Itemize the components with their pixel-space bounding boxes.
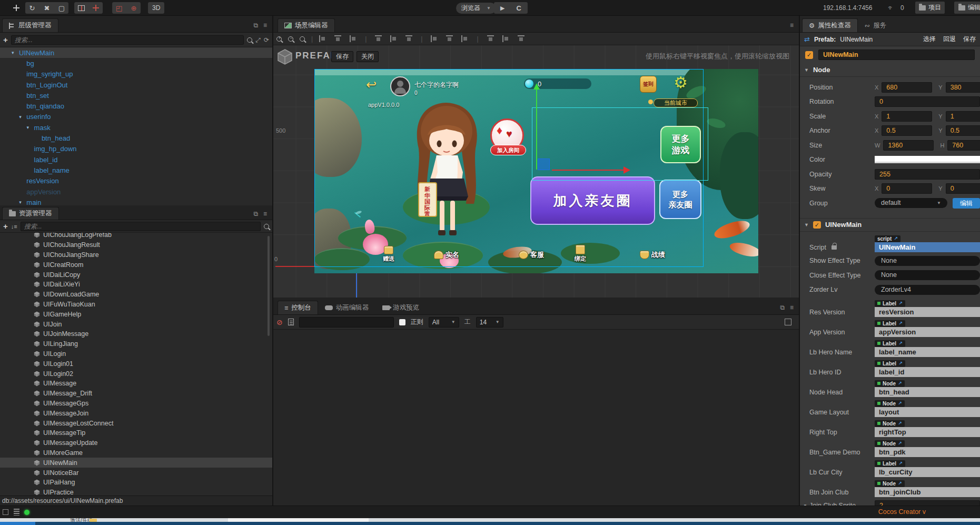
hierarchy-node-label_id[interactable]: label_id: [0, 154, 272, 165]
scale-tool-icon[interactable]: ✖: [42, 3, 52, 13]
asset-item-UIFuWuTiaoKuan[interactable]: UIFuWuTiaoKuan: [0, 300, 272, 310]
node-ref-value[interactable]: rightTop: [875, 427, 980, 437]
tab-game-preview[interactable]: 游戏预览: [375, 301, 426, 314]
popout-icon[interactable]: [785, 319, 791, 325]
assetdb-icon[interactable]: [14, 509, 19, 516]
asset-item-UIDownLoadGame[interactable]: UIDownLoadGame: [0, 290, 272, 300]
align-tool-icon[interactable]: [461, 35, 468, 42]
prefab-save-button[interactable]: 保存: [331, 51, 353, 62]
hierarchy-node-img_hp_down[interactable]: img_hp_down: [0, 144, 272, 154]
hierarchy-node-btn_LoginOut[interactable]: btn_LoginOut: [0, 80, 272, 90]
asset-item-UIMessageLostConnect[interactable]: UIMessageLostConnect: [0, 418, 272, 428]
node-ref-value[interactable]: appVersion: [875, 327, 980, 337]
move-tool-icon[interactable]: [12, 3, 21, 13]
align-tool-icon[interactable]: [487, 35, 494, 42]
align-tool-icon[interactable]: [319, 35, 326, 42]
panel-menu-icon[interactable]: ≡: [263, 22, 267, 29]
gizmo-x-axis[interactable]: [552, 170, 623, 171]
hierarchy-node-mask[interactable]: ▾mask: [0, 122, 272, 133]
align-tool-icon[interactable]: [334, 35, 341, 42]
asset-item-UINoticeBar[interactable]: UINoticeBar: [0, 468, 272, 478]
panel-menu-icon[interactable]: ≡: [263, 210, 267, 217]
close-effect-type-dropdown[interactable]: None: [875, 270, 980, 280]
corner-anchor-icon[interactable]: ◰: [114, 3, 124, 13]
skew-y-input[interactable]: [946, 183, 980, 194]
hierarchy-node-label_name[interactable]: label_name: [0, 165, 272, 175]
taskbar-window-button[interactable]: [228, 518, 369, 522]
console-output[interactable]: [273, 330, 799, 506]
show-effect-type-dropdown[interactable]: None: [875, 256, 980, 266]
position-x-input[interactable]: [882, 82, 932, 93]
node-ref-value[interactable]: btn_pdk: [875, 447, 980, 457]
asset-item-UIGameHelp[interactable]: UIGameHelp: [0, 309, 272, 319]
assets-scrollbar[interactable]: [268, 236, 270, 336]
asset-item-UIMessageJoin[interactable]: UIMessageJoin: [0, 408, 272, 418]
tab-hierarchy[interactable]: 层级管理器: [2, 18, 58, 32]
align-tool-icon[interactable]: [375, 35, 382, 42]
asset-item-UIMessageTip[interactable]: UIMessageTip: [0, 428, 272, 438]
asset-item-UIDaiLiCopy[interactable]: UIDaiLiCopy: [0, 270, 272, 280]
asset-item-UIJoin[interactable]: UIJoin: [0, 319, 272, 329]
tab-inspector[interactable]: ⚙ 属性检查器: [802, 18, 858, 32]
globe-icon[interactable]: ⊕: [129, 3, 138, 13]
expand-arrow-icon[interactable]: ▾: [12, 50, 14, 55]
prefab-close-button[interactable]: 关闭: [357, 51, 379, 62]
node-ref-value[interactable]: btn_head: [875, 387, 980, 397]
preview-target-dropdown[interactable]: 浏览器▼: [456, 3, 496, 14]
tab-assets[interactable]: 资源管理器: [2, 207, 59, 220]
prefab-revert-button[interactable]: 回退: [943, 35, 956, 44]
hierarchy-node-btn_head[interactable]: btn_head: [0, 133, 272, 143]
taskbar-active-segment[interactable]: [0, 522, 35, 525]
zoom-in-icon[interactable]: +: [276, 36, 282, 42]
hierarchy-search-icon[interactable]: [247, 37, 252, 43]
asset-item-UIDaiLiXieYi[interactable]: UIDaiLiXieYi: [0, 280, 272, 290]
rect-transform-tool-icon[interactable]: ▢: [57, 3, 66, 13]
refresh-hierarchy-icon[interactable]: ⟳: [264, 36, 269, 44]
node-ref-value[interactable]: label_name: [875, 347, 980, 357]
node-name-input[interactable]: [818, 49, 975, 60]
asset-item-UIMessage[interactable]: UIMessage: [0, 379, 272, 389]
hierarchy-node-UINewMain[interactable]: ▾UINewMain: [0, 47, 272, 58]
tab-scene-editor[interactable]: 场景编辑器: [278, 18, 335, 32]
asset-item-UIMessageGps[interactable]: UIMessageGps: [0, 399, 272, 409]
clear-console-icon[interactable]: ⊘: [276, 318, 283, 326]
3d-toggle-button[interactable]: 3D: [148, 2, 164, 14]
asset-item-UINewMain[interactable]: UINewMain: [0, 458, 272, 468]
prefab-save-button[interactable]: 保存: [963, 35, 976, 44]
component-enabled-checkbox[interactable]: ✓: [813, 221, 821, 229]
expand-arrow-icon[interactable]: ▾: [19, 200, 22, 205]
skew-x-input[interactable]: [882, 183, 932, 194]
panel-menu-icon[interactable]: ≡: [790, 22, 794, 29]
zoom-reset-icon[interactable]: [300, 36, 305, 42]
asset-item-UIMessageUpdate[interactable]: UIMessageUpdate: [0, 438, 272, 448]
anchor-x-input[interactable]: [882, 125, 932, 136]
hierarchy-node-btn_qiandao[interactable]: btn_qiandao: [0, 101, 272, 111]
asset-item-UILogin[interactable]: UILogin: [0, 349, 272, 359]
rotate-tool-icon[interactable]: ↻: [27, 3, 37, 13]
scale-y-input[interactable]: [946, 111, 980, 122]
canvas-grid-icon[interactable]: [76, 3, 86, 13]
open-project-button[interactable]: 项目: [915, 2, 945, 14]
asset-item-UICreatRoom[interactable]: UICreatRoom: [0, 260, 272, 270]
log-level-dropdown[interactable]: All▼: [429, 317, 459, 328]
node-section-header[interactable]: ▼ Node: [800, 63, 980, 77]
gizmo-x-arrowhead[interactable]: [623, 166, 630, 174]
asset-item-UILingJiang[interactable]: UILingJiang: [0, 339, 272, 349]
regex-checkbox[interactable]: [399, 319, 405, 325]
play-icon[interactable]: ▶: [500, 5, 504, 12]
panel-layout-icon[interactable]: ⧉: [780, 304, 785, 311]
open-log-icon[interactable]: [288, 319, 294, 325]
node-ref-value[interactable]: label_id: [875, 367, 980, 377]
hierarchy-node-btn_set[interactable]: btn_set: [0, 90, 272, 101]
hierarchy-node-img_syright_up[interactable]: img_syright_up: [0, 69, 272, 80]
size-y-input[interactable]: [947, 140, 980, 151]
tab-services[interactable]: ∾ 服务: [858, 18, 893, 32]
asset-item-UIJoinMessage[interactable]: UIJoinMessage: [0, 329, 272, 339]
align-tool-icon[interactable]: [405, 35, 412, 42]
anchor-y-input[interactable]: [946, 125, 980, 136]
crosshair-icon[interactable]: [91, 3, 101, 13]
open-editor-button[interactable]: 编辑器: [954, 2, 980, 14]
expand-arrow-icon[interactable]: ▾: [27, 125, 29, 130]
sort-assets-icon[interactable]: ↓≡: [11, 223, 17, 230]
add-node-button[interactable]: +: [3, 36, 8, 44]
